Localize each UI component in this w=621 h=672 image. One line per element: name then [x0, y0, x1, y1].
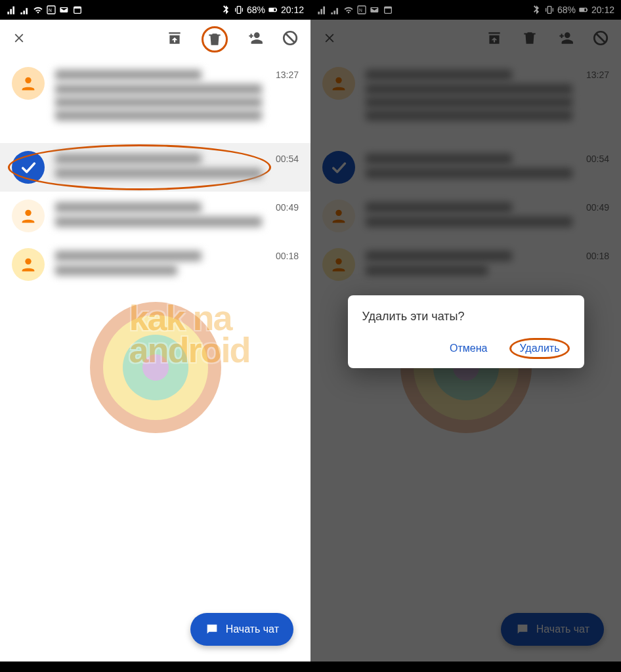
- avatar: [12, 200, 45, 232]
- avatar: [322, 248, 355, 281]
- archive-icon: [486, 30, 503, 47]
- close-icon: [12, 31, 26, 45]
- chat-name-blurred: [55, 154, 202, 164]
- svg-rect-3: [74, 7, 81, 9]
- watermark-logo: [90, 302, 221, 433]
- svg-point-24: [335, 210, 341, 216]
- chat-list: 13:27 00:54: [0, 59, 310, 289]
- add-person-icon: [557, 30, 574, 47]
- chat-item[interactable]: 00:49: [310, 192, 621, 240]
- svg-point-23: [335, 77, 341, 83]
- svg-rect-19: [580, 8, 584, 11]
- block-button[interactable]: [592, 30, 609, 49]
- chat-icon: [205, 622, 219, 637]
- watermark-text: kak naandroid: [129, 302, 250, 366]
- chat-icon: [515, 622, 530, 637]
- nfc-icon: N: [46, 5, 56, 15]
- svg-point-11: [25, 210, 31, 216]
- person-icon: [19, 74, 37, 93]
- nfc-icon: N: [356, 5, 367, 15]
- archive-button[interactable]: [486, 30, 503, 49]
- svg-point-12: [25, 259, 31, 264]
- chat-preview-blurred: [55, 97, 262, 108]
- chat-item[interactable]: 00:18: [0, 240, 310, 289]
- battery-icon: [268, 5, 278, 15]
- chat-time: 00:49: [586, 202, 609, 213]
- chat-time: 00:18: [276, 251, 299, 261]
- status-bar: N 68% 20:12: [310, 0, 621, 20]
- signal2-icon: [20, 5, 30, 15]
- avatar: [12, 248, 45, 281]
- clock-time: 20:12: [281, 5, 304, 15]
- chat-item[interactable]: 00:49: [0, 192, 310, 240]
- chat-item[interactable]: 13:27: [310, 59, 621, 143]
- chat-time: 00:54: [276, 154, 299, 164]
- svg-text:N: N: [359, 8, 362, 12]
- close-selection-button[interactable]: [322, 31, 337, 48]
- close-selection-button[interactable]: [12, 31, 26, 48]
- avatar: [322, 67, 355, 100]
- phone-screenshot-left: N 68% 20:12: [0, 0, 310, 672]
- dialog-confirm-button[interactable]: Удалить: [509, 338, 569, 359]
- chat-preview-blurred: [55, 84, 262, 94]
- svg-line-22: [597, 34, 605, 43]
- archive-icon: [166, 30, 183, 47]
- mail-icon: [370, 5, 380, 15]
- chat-item[interactable]: 00:18: [310, 240, 621, 289]
- block-button[interactable]: [282, 30, 299, 49]
- chat-preview-blurred: [55, 168, 262, 178]
- delete-button[interactable]: [521, 30, 538, 49]
- block-icon: [592, 30, 609, 47]
- signal2-icon: [330, 5, 341, 15]
- phone-screenshot-right: N 68% 20:12 kak naandroid: [310, 0, 621, 672]
- archive-button[interactable]: [166, 30, 183, 49]
- close-icon: [322, 31, 337, 45]
- status-bar: N 68% 20:12: [0, 0, 310, 20]
- add-contact-button[interactable]: [557, 30, 574, 49]
- chat-preview-blurred: [55, 265, 177, 276]
- person-icon: [19, 207, 37, 225]
- vibrate-icon: [234, 5, 244, 15]
- calendar-icon: [383, 5, 393, 15]
- bluetooth-icon: [221, 5, 231, 15]
- chat-time: 13:27: [276, 70, 299, 80]
- avatar-selected: [322, 151, 355, 184]
- chat-time: 13:27: [586, 70, 609, 80]
- chat-preview-blurred: [55, 110, 262, 121]
- start-chat-fab[interactable]: Начать чат: [501, 613, 604, 646]
- avatar: [12, 67, 45, 100]
- person-icon: [19, 255, 37, 274]
- delete-confirm-dialog: Удалить эти чаты? Отмена Удалить: [348, 295, 584, 368]
- dialog-title: Удалить эти чаты?: [362, 310, 570, 324]
- svg-text:N: N: [49, 8, 52, 12]
- chat-name-blurred: [55, 251, 202, 261]
- chat-time: 00:49: [276, 202, 299, 213]
- dialog-cancel-button[interactable]: Отмена: [446, 340, 491, 357]
- clock-time: 20:12: [591, 5, 614, 15]
- start-chat-fab[interactable]: Начать чат: [190, 613, 293, 646]
- chat-item[interactable]: 13:27: [0, 59, 310, 143]
- chat-time: 00:54: [586, 154, 609, 164]
- svg-line-9: [286, 34, 295, 43]
- avatar: [322, 200, 355, 232]
- block-icon: [282, 30, 299, 47]
- chat-name-blurred: [55, 202, 202, 213]
- person-icon: [330, 207, 348, 225]
- chat-preview-blurred: [55, 217, 262, 227]
- delete-button[interactable]: [202, 26, 228, 52]
- wifi-icon: [33, 5, 43, 15]
- svg-rect-17: [547, 7, 551, 14]
- fab-label: Начать чат: [226, 623, 279, 635]
- selection-app-bar: [0, 20, 310, 59]
- add-contact-button[interactable]: [246, 30, 263, 49]
- vibrate-icon: [544, 5, 555, 15]
- chat-item-selected[interactable]: 00:54: [0, 143, 310, 192]
- checkmark-icon: [19, 158, 37, 177]
- avatar-selected: [12, 151, 45, 184]
- chat-item-selected[interactable]: 00:54: [310, 143, 621, 192]
- wifi-icon: [343, 5, 354, 15]
- signal-icon: [317, 5, 328, 15]
- chat-list: 13:27 00:54 00:49 00:18: [310, 59, 621, 289]
- chat-name-blurred: [55, 70, 202, 80]
- trash-icon: [521, 30, 538, 47]
